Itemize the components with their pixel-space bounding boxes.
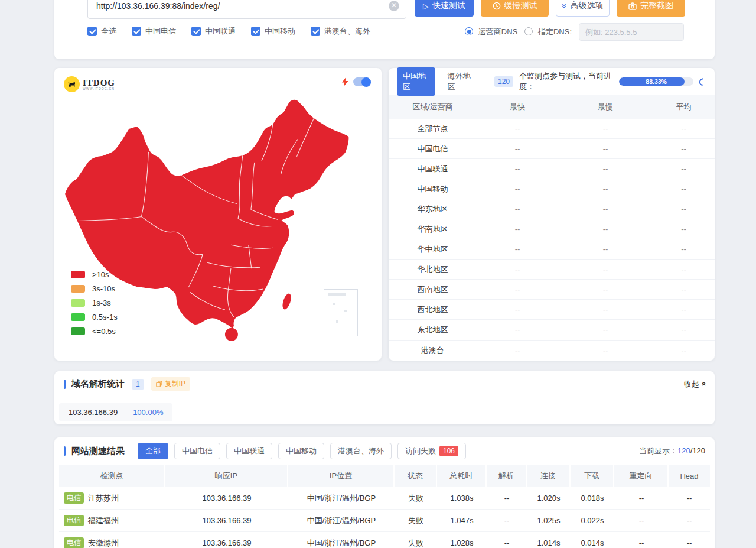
region-row: 西南地区 -- -- --	[389, 280, 715, 300]
legend-swatch	[71, 299, 85, 307]
filter-overseas[interactable]: 港澳台、海外	[330, 443, 392, 459]
display-count-label: 当前显示：	[639, 446, 677, 455]
tab-china-region[interactable]: 中国地区	[397, 67, 435, 96]
speed-mode-toggle[interactable]	[353, 77, 371, 86]
checkbox-checked-icon	[251, 27, 260, 36]
slowest-value: --	[558, 285, 653, 294]
filter-failed[interactable]: 访问失败 106	[397, 443, 466, 459]
advanced-options-button[interactable]: » 高级选项	[556, 0, 610, 17]
isp-badge: 电信	[64, 537, 84, 548]
slowest-value: --	[558, 305, 653, 314]
isp-badge: 电信	[64, 515, 84, 526]
resolved-ip: 103.36.166.39	[69, 408, 118, 417]
filter-china-mobile[interactable]: 中国移动	[278, 443, 324, 459]
region-row: 中国电信 -- -- --	[389, 139, 715, 159]
copy-ip-button[interactable]: 复制IP	[151, 377, 190, 391]
tab-overseas-region[interactable]: 海外地区	[441, 67, 480, 96]
progress-bar: 88.33%	[619, 77, 693, 86]
result-row: 电信 江苏苏州 103.36.166.39 中国/浙江/温州/BGP 失败 1.…	[59, 487, 710, 510]
clock-icon	[493, 2, 501, 10]
checkbox-overseas[interactable]: 港澳台、海外	[311, 26, 370, 37]
fastest-value: --	[477, 265, 558, 274]
region-name: 中国移动	[389, 184, 477, 194]
radio-carrier-dns[interactable]: 运营商DNS	[465, 27, 517, 37]
dns-option-row: 运营商DNS 指定DNS:	[465, 22, 684, 41]
average-value: --	[653, 225, 715, 234]
ip-location: 中国/浙江/温州/BGP	[288, 487, 395, 509]
section-accent-bar	[64, 380, 66, 389]
checkbox-china-mobile[interactable]: 中国移动	[251, 26, 295, 37]
dns-stats-header: 域名解析统计 1 复制IP 收起 »	[54, 371, 715, 397]
quick-test-button[interactable]: ▷ 快速测试	[415, 0, 474, 17]
failed-count-badge: 106	[439, 446, 458, 456]
isp-badge: 电信	[64, 492, 84, 503]
region-row: 西北地区 -- -- --	[389, 300, 715, 320]
region-header: 中国地区 海外地区 120 个监测点参与测试，当前进度： 88.33%	[389, 68, 715, 95]
custom-dns-input[interactable]	[579, 23, 684, 41]
status-value: 失败	[395, 487, 437, 509]
clear-icon[interactable]: ✕	[389, 1, 399, 11]
full-screenshot-button[interactable]: 完整截图	[617, 0, 685, 17]
head-time: --	[669, 487, 710, 509]
section-accent-bar	[64, 446, 66, 456]
col-region: 区域/运营商	[389, 102, 477, 112]
result-row: 电信 安徽滁州 103.36.166.39 中国/浙江/温州/BGP 失败 1.…	[59, 532, 710, 548]
col-response-ip: 响应IP	[165, 465, 288, 487]
filter-label: 中国电信	[182, 446, 213, 456]
isp-checkbox-row: 全选 中国电信 中国联通 中国移动 港澳台、海外	[87, 26, 370, 37]
results-table-header: 检测点 响应IP IP位置 状态 总耗时 解析 连接 下载 重定向 Head	[59, 465, 710, 487]
region-row: 港澳台 -- -- --	[389, 341, 715, 361]
radio-custom-dns[interactable]: 指定DNS:	[524, 27, 572, 37]
checkbox-china-telecom[interactable]: 中国电信	[132, 26, 176, 37]
fastest-value: --	[477, 305, 558, 314]
region-name: 华南地区	[389, 224, 477, 235]
display-count: 当前显示：120/120	[639, 446, 705, 456]
loading-spinner-icon	[698, 76, 708, 87]
legend-item: 1s-3s	[71, 299, 118, 307]
resolve-time: --	[487, 510, 527, 531]
legend-item: 0.5s-1s	[71, 313, 118, 322]
filter-all[interactable]: 全部	[138, 443, 168, 459]
status-value: 失败	[395, 510, 437, 531]
fastest-value: --	[477, 225, 558, 234]
region-name: 东北地区	[389, 325, 477, 335]
url-input[interactable]	[87, 0, 406, 19]
region-name: 华北地区	[389, 264, 477, 275]
region-stats-card: 中国地区 海外地区 120 个监测点参与测试，当前进度： 88.33% 区域/运…	[389, 68, 715, 361]
checkbox-checked-icon	[132, 27, 141, 36]
legend-label: >10s	[92, 270, 109, 279]
filter-china-telecom[interactable]: 中国电信	[174, 443, 220, 459]
filter-label: 全部	[145, 446, 161, 456]
average-value: --	[653, 346, 715, 355]
checkbox-select-all[interactable]: 全选	[87, 26, 116, 37]
col-fastest: 最快	[477, 102, 558, 112]
filter-label: 中国联通	[234, 446, 265, 456]
test-control-card: ✕ ▷ 快速测试 缓慢测试 » 高级选项	[54, 0, 715, 59]
slowest-value: --	[558, 245, 653, 254]
collapse-button[interactable]: 收起 »	[684, 379, 705, 390]
region-row: 东北地区 -- -- --	[389, 320, 715, 340]
col-download: 下载	[571, 465, 614, 487]
resolved-percent: 100.00%	[133, 408, 163, 417]
response-ip: 103.36.166.39	[165, 532, 288, 548]
page: ✕ ▷ 快速测试 缓慢测试 » 高级选项	[0, 0, 756, 548]
legend-swatch	[71, 285, 85, 293]
filter-china-unicom[interactable]: 中国联通	[226, 443, 272, 459]
region-row: 中国移动 -- -- --	[389, 179, 715, 199]
legend-item: 3s-10s	[71, 284, 118, 293]
status-value: 失败	[395, 532, 437, 548]
resolve-time: --	[487, 487, 527, 509]
col-status: 状态	[395, 465, 437, 487]
south-china-sea-inset	[324, 289, 358, 336]
checkbox-china-unicom[interactable]: 中国联通	[191, 26, 236, 37]
legend-swatch	[71, 271, 85, 278]
slowest-value: --	[558, 346, 653, 355]
collapse-label: 收起	[684, 379, 699, 390]
radio-unselected-icon	[524, 27, 533, 35]
region-name: 中国电信	[389, 144, 477, 154]
slowest-value: --	[558, 225, 653, 234]
result-row: 电信 福建福州 103.36.166.39 中国/浙江/温州/BGP 失败 1.…	[59, 510, 710, 532]
average-value: --	[653, 184, 715, 193]
redirect-time: --	[614, 532, 669, 548]
slow-test-button[interactable]: 缓慢测试	[481, 0, 549, 17]
